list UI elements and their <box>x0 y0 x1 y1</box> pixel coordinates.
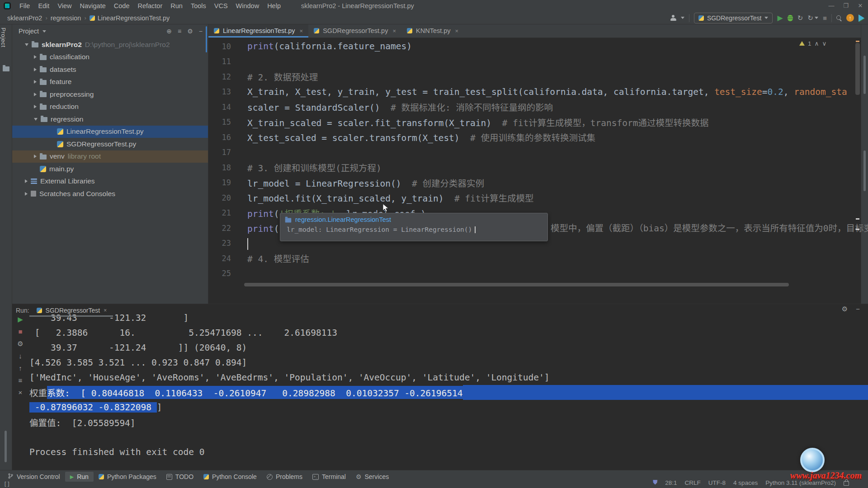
menu-item-navigate[interactable]: Navigate <box>76 0 110 12</box>
gear-icon[interactable]: ⚙ <box>187 28 193 35</box>
status-button-terminal[interactable]: >_Terminal <box>307 472 351 482</box>
editor-line-11[interactable]: 11 <box>208 54 861 70</box>
tree-row-datasets[interactable]: datasets <box>12 63 208 76</box>
status-button-problems[interactable]: Problems <box>262 472 307 482</box>
menu-item-edit[interactable]: Edit <box>34 0 53 12</box>
menu-item-code[interactable]: Code <box>110 0 134 12</box>
editor-line-18[interactable]: 18# 3. 创建和训练模型(正规方程) <box>208 160 861 175</box>
tree-row-preprocessing[interactable]: preprocessing <box>12 88 208 101</box>
status-button-python-console[interactable]: Python Console <box>198 472 262 482</box>
coverage-button[interactable]: ↻ <box>807 14 818 22</box>
popup-namespace-link[interactable]: regression.LinearRegressionTest <box>295 216 391 223</box>
tree-row-classification[interactable]: classification <box>12 51 208 64</box>
tree-row-scratches-and-consoles[interactable]: Scratches and Consoles <box>12 188 208 200</box>
chevron-right-icon[interactable] <box>34 68 37 71</box>
inspection-widget[interactable]: 1 ∧∨ <box>799 40 826 47</box>
chevron-right-icon[interactable] <box>34 55 37 59</box>
pycharm-logo-icon[interactable] <box>4 2 11 9</box>
stop-icon[interactable]: ■ <box>18 328 22 335</box>
editor-line-15[interactable]: 15X_train_scaled = scaler.fit_transform(… <box>208 115 861 130</box>
editor-line-12[interactable]: 12# 2. 数据预处理 <box>208 69 861 84</box>
close-icon[interactable]: × <box>300 28 303 34</box>
chevron-right-icon[interactable] <box>34 105 37 108</box>
editor-line-16[interactable]: 16X_test_scaled = scaler.transform(X_tes… <box>208 130 861 145</box>
soft-wrap-icon[interactable]: ≡ <box>19 377 23 384</box>
chevron-right-icon[interactable] <box>34 93 37 96</box>
panel-scrollbar[interactable] <box>206 26 207 52</box>
collapse-all-icon[interactable]: ≡ <box>178 28 181 35</box>
status-button-python-packages[interactable]: Python Packages <box>94 472 161 482</box>
scroll-up-icon[interactable]: ↑ <box>19 365 22 372</box>
editor-line-13[interactable]: 13X_train, X_test, y_train, y_test = tra… <box>208 84 861 100</box>
tree-row-sklearnpro2[interactable]: sklearnPro2 D:\python_proj\sklearnPro2 <box>12 38 208 51</box>
menu-item-window[interactable]: Window <box>232 0 264 12</box>
status-button-run[interactable]: ▶Run <box>65 472 94 482</box>
clear-icon[interactable]: × <box>19 389 23 396</box>
run-tab[interactable]: SGDRegressorTest × <box>37 307 107 314</box>
status-info-item[interactable]: CRLF <box>685 479 701 486</box>
update-icon[interactable]: ↑ <box>846 14 854 22</box>
code-area[interactable]: 10print(california.feature_names)1112# 2… <box>208 39 861 304</box>
project-panel-header[interactable]: Project ⊕ ≡ ⚙ − <box>12 24 208 38</box>
documentation-popup[interactable]: regression.LinearRegressionTest lr_model… <box>280 213 548 241</box>
tool-stripe-button[interactable] <box>863 150 866 191</box>
settings-icon[interactable]: ⚙ <box>17 340 23 347</box>
chevron-right-icon[interactable] <box>34 155 37 158</box>
breadcrumb-item[interactable]: LinearRegressionTest.py <box>98 14 170 22</box>
profiler-button[interactable]: ↻ <box>797 14 803 22</box>
horizontal-scrollbar[interactable] <box>244 283 789 286</box>
editor-line-17[interactable]: 17 <box>208 145 861 160</box>
status-info-item[interactable]: UTF-8 <box>708 479 726 486</box>
editor-tab-sgdregressortest-py[interactable]: SGDRegressorTest.py× <box>308 24 401 38</box>
tool-stripe-project-button[interactable]: Project <box>0 28 12 47</box>
stop-button[interactable]: ■ <box>823 14 827 22</box>
search-icon[interactable] <box>836 15 842 21</box>
tool-stripe-button[interactable] <box>5 431 7 462</box>
minimize-window-icon[interactable]: — <box>825 0 838 12</box>
status-info-item[interactable]: 28:1 <box>665 479 677 486</box>
lock-icon[interactable] <box>844 481 849 486</box>
editor-line-24[interactable]: 24# 4. 模型评估 <box>208 251 861 266</box>
status-button-version-control[interactable]: Version Control <box>3 472 65 482</box>
run-configuration-select[interactable]: SGDRegressorTest <box>694 13 773 23</box>
menu-item-tools[interactable]: Tools <box>187 0 210 12</box>
hide-panel-icon[interactable]: − <box>199 28 203 35</box>
menu-item-view[interactable]: View <box>53 0 75 12</box>
chevron-down-icon[interactable] <box>34 118 38 121</box>
tree-row-reduction[interactable]: reduction <box>12 101 208 113</box>
editor[interactable]: LinearRegressionTest.py×SGDRegressorTest… <box>208 24 861 304</box>
chevron-right-icon[interactable] <box>25 179 28 183</box>
run-button[interactable]: ▶ <box>777 14 783 22</box>
user-icon[interactable] <box>670 15 676 21</box>
chevron-down-icon[interactable] <box>25 43 28 46</box>
gear-icon[interactable]: ⚙ <box>842 305 848 313</box>
tree-row-venv[interactable]: venv library root <box>12 150 208 163</box>
close-icon[interactable]: × <box>455 28 459 34</box>
chevron-right-icon[interactable] <box>34 80 37 84</box>
minimize-panel-icon[interactable]: − <box>856 305 860 313</box>
tree-row-regression[interactable]: regression <box>12 113 208 126</box>
editor-line-20[interactable]: 20lr_model.fit(X_train_scaled, y_train) … <box>208 190 861 206</box>
menu-item-file[interactable]: File <box>15 0 34 12</box>
tree-row-external-libraries[interactable]: External Libraries <box>12 175 208 188</box>
scroll-down-icon[interactable]: ↓ <box>19 352 22 360</box>
tool-stripe-button[interactable] <box>863 56 866 94</box>
close-window-icon[interactable]: ✕ <box>854 0 867 12</box>
editor-line-14[interactable]: 14scaler = StandardScaler() # 数据标准化: 消除不… <box>208 99 861 115</box>
editor-tab-linearregressiontest-py[interactable]: LinearRegressionTest.py× <box>208 24 308 38</box>
rerun-icon[interactable]: ▶ <box>18 316 23 323</box>
status-info-item[interactable]: 4 spaces <box>733 479 758 486</box>
tree-row-sgdregressortest-py[interactable]: SGDRegressorTest.py <box>12 138 208 150</box>
console-output[interactable]: 39.43 -121.32 ] [ 2.3886 16. 5.25471698 … <box>29 310 868 470</box>
menu-item-vcs[interactable]: VCS <box>210 0 232 12</box>
plugin-icon[interactable] <box>859 14 864 22</box>
menu-item-run[interactable]: Run <box>166 0 187 12</box>
tree-row-feature[interactable]: feature <box>12 76 208 89</box>
menu-item-help[interactable]: Help <box>263 0 285 12</box>
restore-window-icon[interactable]: ❐ <box>839 0 853 12</box>
close-icon[interactable]: × <box>392 28 396 34</box>
locate-file-icon[interactable]: ⊕ <box>166 28 172 35</box>
editor-line-25[interactable]: 25 <box>208 266 861 282</box>
editor-line-19[interactable]: 19lr_model = LinearRegression() # 创建分类器实… <box>208 175 861 191</box>
editor-tab-knntest-py[interactable]: KNNTest.py× <box>401 24 464 38</box>
